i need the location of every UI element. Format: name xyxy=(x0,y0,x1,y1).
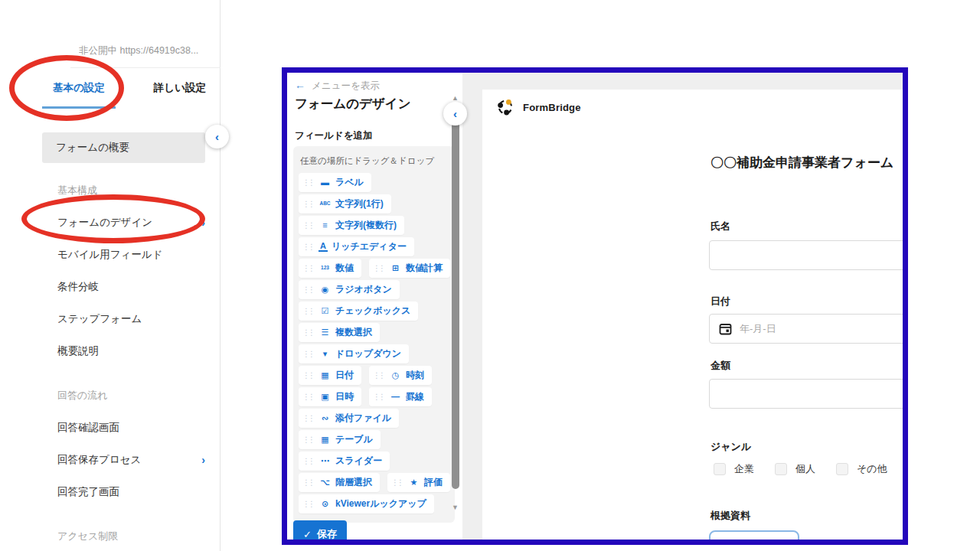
sidebar-nav: 基本構成フォームのデザイン›モバイル用フィールド条件分岐ステップフォーム概要説明… xyxy=(57,184,205,543)
table-field-chip[interactable]: ⋮⋮▦テーブル xyxy=(299,430,381,449)
attach-file-button[interactable] xyxy=(709,530,799,545)
palette-scrollbar[interactable]: ▲ ▼ xyxy=(451,94,461,511)
sidebar-item[interactable]: 条件分岐 xyxy=(57,280,205,294)
field-chip-label: 数値計算 xyxy=(406,262,443,275)
field-chip-label: 複数選択 xyxy=(335,326,372,339)
field-chip-label: ラジオボタン xyxy=(335,283,392,296)
text-single-icon: ABC xyxy=(318,201,332,207)
calc-icon: ⊞ xyxy=(389,264,402,272)
date-field-chip[interactable]: ⋮⋮▦日付 xyxy=(299,366,361,385)
checkbox-field-chip[interactable]: ⋮⋮☑チェックボックス xyxy=(299,302,418,321)
scroll-down-icon[interactable]: ▼ xyxy=(452,504,459,511)
datetime-field-chip[interactable]: ⋮⋮▣日時 xyxy=(299,387,361,406)
rich-editor-icon: A xyxy=(318,242,328,252)
attachment-icon: ∾ xyxy=(318,414,332,422)
rating-field-chip[interactable]: ⋮⋮★評価 xyxy=(387,473,450,492)
checkbox-option[interactable]: その他 xyxy=(836,462,887,476)
show-menu-link[interactable]: ←メニューを表示 xyxy=(295,79,380,93)
multi-select-field-chip[interactable]: ⋮⋮☰複数選択 xyxy=(299,323,380,342)
sidebar-item[interactable]: 回答確認画面 xyxy=(57,421,205,435)
sidebar-item-label: 回答確認画面 xyxy=(57,421,119,435)
rich-editor-field-chip[interactable]: ⋮⋮Aリッチエディター xyxy=(299,237,414,256)
dropdown-field-chip[interactable]: ⋮⋮▾ドロップダウン xyxy=(299,344,409,364)
label-icon: ▬ xyxy=(318,178,332,187)
label-field-chip[interactable]: ⋮⋮▬ラベル xyxy=(299,173,371,192)
checkbox-label: 個人 xyxy=(795,462,815,476)
sidebar-section-label: アクセス制限 xyxy=(57,530,205,543)
field-chip-label: 時刻 xyxy=(406,369,424,382)
drag-handle-icon: ⋮⋮ xyxy=(302,479,313,487)
multi-select-icon: ☰ xyxy=(318,328,332,337)
field-chip-label: 数値 xyxy=(335,262,354,275)
text-multi-icon: ≡ xyxy=(318,221,332,230)
hierarchy-field-chip[interactable]: ⋮⋮⌥階層選択 xyxy=(299,473,380,492)
checkbox[interactable] xyxy=(836,463,848,475)
drag-handle-icon: ⋮⋮ xyxy=(302,201,313,208)
checkbox-icon: ☑ xyxy=(318,307,332,315)
back-arrow-icon: ← xyxy=(295,79,305,91)
checkbox-option[interactable]: 個人 xyxy=(775,462,815,476)
field-chip-label: 階層選択 xyxy=(335,476,372,489)
attachment-field-chip[interactable]: ⋮⋮∾添付ファイル xyxy=(299,409,399,428)
chevron-right-icon: › xyxy=(201,454,205,466)
field-chip-label: リッチエディター xyxy=(332,240,407,253)
drag-handle-icon: ⋮⋮ xyxy=(373,372,384,380)
dropdown-icon: ▾ xyxy=(318,350,332,358)
preview-checkbox-group: 企業個人その他 xyxy=(714,462,887,476)
preview-text-input[interactable] xyxy=(709,240,908,270)
radio-field-chip[interactable]: ⋮⋮◉ラジオボタン xyxy=(299,280,400,299)
field-chip-label: スライダー xyxy=(335,455,382,468)
table-icon: ▦ xyxy=(318,435,332,444)
field-chip-label: ドロップダウン xyxy=(335,347,401,360)
radio-icon: ◉ xyxy=(318,285,332,294)
kviewer-icon: ⊙ xyxy=(318,500,332,508)
save-button[interactable]: ✓ 保存 xyxy=(293,520,347,545)
sidebar-item[interactable]: ステップフォーム xyxy=(57,312,205,326)
time-field-chip[interactable]: ⋮⋮◷時刻 xyxy=(369,366,432,385)
tab-advanced-settings[interactable]: 詳しい設定 xyxy=(154,81,206,109)
slider-field-chip[interactable]: ⋮⋮⋯スライダー xyxy=(299,452,390,471)
sidebar-item[interactable]: 回答保存プロセス› xyxy=(57,453,205,467)
formbridge-logo-icon xyxy=(496,98,514,116)
sidebar-item[interactable]: モバイル用フィールド xyxy=(57,248,205,262)
palette-collapse-button[interactable]: ‹ xyxy=(443,102,467,126)
scrollbar-thumb[interactable] xyxy=(452,106,459,489)
checkbox[interactable] xyxy=(714,463,726,475)
text-multi-field-chip[interactable]: ⋮⋮≡文字列(複数行) xyxy=(299,216,404,235)
sidebar-item[interactable]: 回答完了画面 xyxy=(57,485,205,499)
checkbox-option[interactable]: 企業 xyxy=(714,462,754,476)
text-single-field-chip[interactable]: ⋮⋮ABC文字列(1行) xyxy=(299,194,391,214)
preview-date-input[interactable]: 年-月-日 xyxy=(709,314,908,344)
kviewer-field-chip[interactable]: ⋮⋮⊙kViewerルックアップ xyxy=(299,494,434,514)
tab-basic-settings[interactable]: 基本の設定 xyxy=(42,81,116,109)
form-url-note: 非公開中 https://64919c38... xyxy=(79,44,232,57)
calc-field-chip[interactable]: ⋮⋮⊞数値計算 xyxy=(369,259,450,278)
sidebar-item-label: フォームのデザイン xyxy=(57,216,152,230)
preview-field-label: 金額 xyxy=(710,359,730,373)
hierarchy-icon: ⌥ xyxy=(318,478,332,487)
sidebar-item[interactable]: フォームのデザイン› xyxy=(57,216,205,230)
field-chip-label: 添付ファイル xyxy=(335,412,391,425)
preview-field-label: 日付 xyxy=(710,295,730,308)
scroll-up-icon[interactable]: ▲ xyxy=(452,94,459,102)
number-field-chip[interactable]: ⋮⋮123数値 xyxy=(299,259,361,278)
sidebar-item-form-overview[interactable]: フォームの概要 xyxy=(42,132,205,163)
checkbox[interactable] xyxy=(775,463,787,475)
field-chip-label: チェックボックス xyxy=(335,305,410,318)
chevron-left-icon: ‹ xyxy=(215,130,219,143)
sidebar-collapse-button[interactable]: ‹ xyxy=(205,125,229,148)
settings-sidebar: 非公開中 https://64919c38... 基本の設定 詳しい設定 フォー… xyxy=(0,0,220,551)
dnd-hint: 任意の場所にドラッグ＆ドロップ xyxy=(300,155,449,167)
field-chip-label: 評価 xyxy=(424,476,443,489)
sidebar-item[interactable]: 概要説明 xyxy=(57,344,205,358)
hr-field-chip[interactable]: ⋮⋮—罫線 xyxy=(369,387,432,406)
drag-handle-icon: ⋮⋮ xyxy=(302,500,313,508)
drag-handle-icon: ⋮⋮ xyxy=(302,286,313,294)
form-preview-card: FormBridge 〇〇補助金申請事業者フォーム 氏名日付年-月-日金額ジャン… xyxy=(482,90,908,545)
date-placeholder: 年-月-日 xyxy=(740,322,776,336)
drag-handle-icon: ⋮⋮ xyxy=(302,350,313,358)
settings-tabbar: 基本の設定 詳しい設定 xyxy=(42,81,206,109)
field-chip-label: 罫線 xyxy=(406,390,424,403)
preview-text-input[interactable] xyxy=(709,379,908,409)
drag-handle-icon: ⋮⋮ xyxy=(302,222,313,230)
